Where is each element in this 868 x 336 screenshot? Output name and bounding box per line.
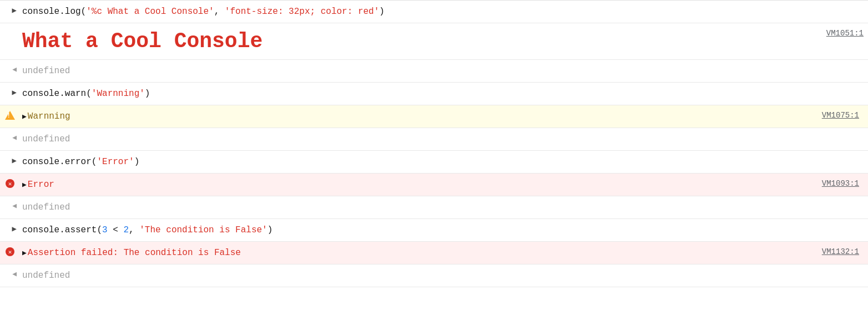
expand-arrow-icon[interactable]: ▶ xyxy=(22,248,27,259)
code-text: ) xyxy=(379,7,385,17)
error-text: Error xyxy=(28,180,54,190)
console-input-code[interactable]: console.warn('Warnning') xyxy=(20,85,864,103)
console-row: ◀ undefined xyxy=(0,196,868,219)
code-text: ) xyxy=(268,225,273,235)
console-warning-row: ▶Warnning VM1075:1 xyxy=(0,105,868,128)
warning-triangle-icon xyxy=(5,111,15,120)
console-input-code[interactable]: console.assert(3 < 2, 'The condition is … xyxy=(20,221,864,239)
code-text: , xyxy=(214,7,225,17)
undefined-value: undefined xyxy=(22,66,70,76)
output-chevron-icon: ◀ xyxy=(0,130,20,142)
input-chevron-icon: ▶ xyxy=(0,221,20,233)
expand-arrow-icon[interactable]: ▶ xyxy=(22,111,27,123)
console-output-undefined: undefined xyxy=(20,130,864,148)
undefined-value: undefined xyxy=(22,202,70,212)
console-row: ▶ console.warn('Warnning') xyxy=(0,83,868,105)
error-output[interactable]: ▶Error xyxy=(20,176,817,194)
console-input-code[interactable]: console.error('Error') xyxy=(20,153,864,171)
source-link[interactable]: VM1093:1 xyxy=(817,176,864,190)
source-link[interactable]: VM1075:1 xyxy=(817,108,864,122)
code-string: 'Warnning' xyxy=(92,89,145,99)
code-text: ) xyxy=(145,89,150,99)
code-number: 2 xyxy=(123,225,129,235)
input-chevron-icon: ▶ xyxy=(0,85,20,97)
code-string: 'The condition is False' xyxy=(139,225,267,235)
input-chevron-icon: ▶ xyxy=(0,3,20,15)
code-number: 3 xyxy=(102,225,108,235)
console-row: ▶ console.assert(3 < 2, 'The condition i… xyxy=(0,219,868,242)
error-icon-cell: ✕ xyxy=(0,244,20,256)
console-row: ◀ undefined xyxy=(0,264,868,287)
undefined-value: undefined xyxy=(22,134,70,144)
assertion-error-text: Assertion failed: The condition is False xyxy=(28,248,241,258)
code-text: console.warn( xyxy=(22,89,92,99)
output-spacer xyxy=(0,40,20,43)
styled-console-output: What a Cool Console xyxy=(20,26,822,57)
console-input-code[interactable]: console.log('%c What a Cool Console', 'f… xyxy=(20,3,864,21)
code-text: console.error( xyxy=(22,157,97,167)
error-icon-cell: ✕ xyxy=(0,176,20,188)
code-string: '%c What a Cool Console' xyxy=(86,7,214,17)
console-row: ◀ undefined xyxy=(0,60,868,83)
console-output-undefined: undefined xyxy=(20,62,864,80)
error-circle-icon: ✕ xyxy=(6,179,14,188)
code-text: console.log( xyxy=(22,7,86,17)
assertion-error-output[interactable]: ▶Assertion failed: The condition is Fals… xyxy=(20,244,817,262)
code-text: console.assert( xyxy=(22,225,102,235)
source-link[interactable]: VM1132:1 xyxy=(817,244,864,258)
code-text: , xyxy=(129,225,139,235)
console-row-styled-output: What a Cool Console VM1051:1 xyxy=(0,23,868,60)
console-output-undefined: undefined xyxy=(20,267,864,284)
warning-output[interactable]: ▶Warnning xyxy=(20,108,817,125)
warning-text: Warnning xyxy=(28,111,70,121)
expand-arrow-icon[interactable]: ▶ xyxy=(22,180,27,191)
code-string: 'Error' xyxy=(97,157,134,167)
code-text: < xyxy=(108,225,124,235)
console-row: ▶ console.error('Error') xyxy=(0,151,868,174)
input-chevron-icon: ▶ xyxy=(0,153,20,165)
console-row: ◀ undefined xyxy=(0,128,868,151)
console-error-row: ✕ ▶Error VM1093:1 xyxy=(0,174,868,196)
source-link[interactable]: VM1051:1 xyxy=(822,26,868,40)
styled-output-text: What a Cool Console xyxy=(22,27,263,55)
console-row: ▶ console.log('%c What a Cool Console', … xyxy=(0,1,868,23)
output-chevron-icon: ◀ xyxy=(0,62,20,74)
error-circle-icon: ✕ xyxy=(6,247,14,256)
output-chevron-icon: ◀ xyxy=(0,198,20,210)
undefined-value: undefined xyxy=(22,271,70,281)
console-output-undefined: undefined xyxy=(20,198,864,216)
code-string: 'font-size: 32px; color: red' xyxy=(225,7,379,17)
warning-icon-cell xyxy=(0,108,20,120)
output-chevron-icon: ◀ xyxy=(0,267,20,278)
console-panel: ▶ console.log('%c What a Cool Console', … xyxy=(0,0,868,287)
console-assertion-error-row: ✕ ▶Assertion failed: The condition is Fa… xyxy=(0,242,868,264)
code-text: ) xyxy=(134,157,140,167)
